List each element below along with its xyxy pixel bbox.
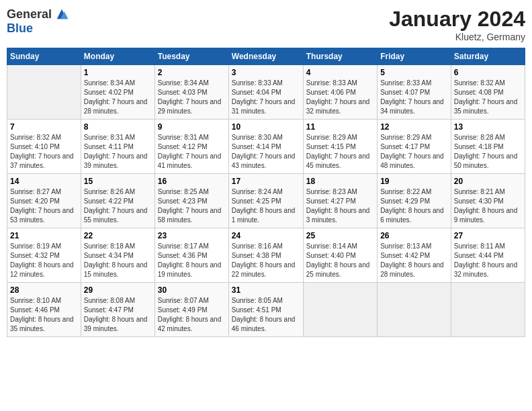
day-number: 12	[380, 122, 448, 132]
calendar-cell: 16 Sunrise: 8:25 AMSunset: 4:23 PMDaylig…	[154, 174, 228, 228]
day-info: Sunrise: 8:28 AMSunset: 4:18 PMDaylight:…	[454, 133, 522, 171]
calendar-cell: 9 Sunrise: 8:31 AMSunset: 4:12 PMDayligh…	[154, 120, 228, 174]
calendar-cell	[303, 283, 377, 337]
calendar-cell: 28 Sunrise: 8:10 AMSunset: 4:46 PMDaylig…	[7, 283, 81, 337]
day-info: Sunrise: 8:19 AMSunset: 4:32 PMDaylight:…	[10, 242, 78, 279]
calendar-cell: 2 Sunrise: 8:34 AMSunset: 4:03 PMDayligh…	[154, 65, 228, 120]
calendar-week-5: 28 Sunrise: 8:10 AMSunset: 4:46 PMDaylig…	[7, 283, 525, 337]
day-number: 22	[84, 231, 152, 240]
day-number: 26	[380, 231, 448, 240]
day-number: 19	[380, 177, 448, 186]
calendar-cell: 11 Sunrise: 8:29 AMSunset: 4:15 PMDaylig…	[303, 120, 377, 174]
day-number: 28	[10, 285, 78, 295]
calendar-cell: 30 Sunrise: 8:07 AMSunset: 4:49 PMDaylig…	[154, 283, 228, 337]
day-info: Sunrise: 8:16 AMSunset: 4:38 PMDaylight:…	[232, 242, 300, 279]
calendar-cell	[7, 65, 81, 120]
column-header-sunday: Sunday	[7, 48, 81, 65]
calendar-cell: 5 Sunrise: 8:33 AMSunset: 4:07 PMDayligh…	[378, 65, 451, 120]
day-info: Sunrise: 8:33 AMSunset: 4:07 PMDaylight:…	[380, 79, 448, 116]
day-info: Sunrise: 8:24 AMSunset: 4:25 PMDaylight:…	[232, 187, 300, 225]
day-number: 8	[84, 122, 152, 132]
day-info: Sunrise: 8:11 AMSunset: 4:44 PMDaylight:…	[454, 242, 522, 279]
day-number: 18	[306, 177, 374, 186]
day-info: Sunrise: 8:17 AMSunset: 4:36 PMDaylight:…	[158, 242, 226, 279]
day-info: Sunrise: 8:32 AMSunset: 4:10 PMDaylight:…	[10, 133, 78, 171]
calendar-cell: 18 Sunrise: 8:23 AMSunset: 4:27 PMDaylig…	[303, 174, 377, 228]
day-number: 20	[454, 177, 522, 186]
day-info: Sunrise: 8:29 AMSunset: 4:17 PMDaylight:…	[380, 133, 448, 171]
day-info: Sunrise: 8:27 AMSunset: 4:20 PMDaylight:…	[10, 187, 78, 225]
day-info: Sunrise: 8:21 AMSunset: 4:30 PMDaylight:…	[454, 187, 522, 225]
logo-icon	[54, 7, 69, 21]
day-info: Sunrise: 8:34 AMSunset: 4:02 PMDaylight:…	[84, 79, 152, 116]
calendar-cell: 12 Sunrise: 8:29 AMSunset: 4:17 PMDaylig…	[378, 120, 451, 174]
day-info: Sunrise: 8:34 AMSunset: 4:03 PMDaylight:…	[158, 79, 226, 116]
day-number: 29	[84, 285, 152, 295]
day-number: 25	[306, 231, 374, 240]
title-area: January 2024 Kluetz, Germany	[389, 7, 525, 42]
calendar-cell: 19 Sunrise: 8:22 AMSunset: 4:29 PMDaylig…	[378, 174, 451, 228]
calendar-cell: 17 Sunrise: 8:24 AMSunset: 4:25 PMDaylig…	[228, 174, 303, 228]
calendar-cell: 3 Sunrise: 8:33 AMSunset: 4:04 PMDayligh…	[228, 65, 303, 120]
day-number: 13	[454, 122, 522, 132]
calendar-cell: 23 Sunrise: 8:17 AMSunset: 4:36 PMDaylig…	[154, 228, 228, 283]
calendar-week-3: 14 Sunrise: 8:27 AMSunset: 4:20 PMDaylig…	[7, 174, 525, 228]
day-info: Sunrise: 8:25 AMSunset: 4:23 PMDaylight:…	[158, 187, 226, 225]
logo-blue: Blue	[7, 21, 33, 36]
logo: General Blue	[7, 7, 69, 36]
day-info: Sunrise: 8:13 AMSunset: 4:42 PMDaylight:…	[380, 242, 448, 279]
day-number: 7	[10, 122, 78, 132]
day-number: 31	[232, 285, 300, 295]
calendar-cell: 22 Sunrise: 8:18 AMSunset: 4:34 PMDaylig…	[81, 228, 154, 283]
month-title: January 2024	[389, 7, 525, 32]
calendar-cell: 15 Sunrise: 8:26 AMSunset: 4:22 PMDaylig…	[81, 174, 154, 228]
day-number: 30	[158, 285, 226, 295]
day-info: Sunrise: 8:18 AMSunset: 4:34 PMDaylight:…	[84, 242, 152, 279]
day-number: 4	[306, 68, 374, 77]
day-number: 27	[454, 231, 522, 240]
calendar-cell: 25 Sunrise: 8:14 AMSunset: 4:40 PMDaylig…	[303, 228, 377, 283]
column-header-saturday: Saturday	[451, 48, 525, 65]
calendar-cell: 31 Sunrise: 8:05 AMSunset: 4:51 PMDaylig…	[228, 283, 303, 337]
calendar-cell: 8 Sunrise: 8:31 AMSunset: 4:11 PMDayligh…	[81, 120, 154, 174]
calendar-cell: 6 Sunrise: 8:32 AMSunset: 4:08 PMDayligh…	[451, 65, 525, 120]
calendar-table: SundayMondayTuesdayWednesdayThursdayFrid…	[7, 48, 525, 337]
calendar-cell: 7 Sunrise: 8:32 AMSunset: 4:10 PMDayligh…	[7, 120, 81, 174]
page-header: General Blue January 2024 Kluetz, German…	[7, 7, 525, 42]
calendar-cell	[451, 283, 525, 337]
calendar-cell: 21 Sunrise: 8:19 AMSunset: 4:32 PMDaylig…	[7, 228, 81, 283]
day-number: 14	[10, 177, 78, 186]
column-header-monday: Monday	[81, 48, 154, 65]
day-number: 6	[454, 68, 522, 77]
day-number: 16	[158, 177, 226, 186]
calendar-cell: 10 Sunrise: 8:30 AMSunset: 4:14 PMDaylig…	[228, 120, 303, 174]
column-header-friday: Friday	[378, 48, 451, 65]
day-number: 21	[10, 231, 78, 240]
calendar-cell: 24 Sunrise: 8:16 AMSunset: 4:38 PMDaylig…	[228, 228, 303, 283]
day-number: 24	[232, 231, 300, 240]
day-info: Sunrise: 8:23 AMSunset: 4:27 PMDaylight:…	[306, 187, 374, 225]
day-info: Sunrise: 8:32 AMSunset: 4:08 PMDaylight:…	[454, 79, 522, 116]
calendar-cell: 27 Sunrise: 8:11 AMSunset: 4:44 PMDaylig…	[451, 228, 525, 283]
calendar-week-2: 7 Sunrise: 8:32 AMSunset: 4:10 PMDayligh…	[7, 120, 525, 174]
day-info: Sunrise: 8:33 AMSunset: 4:06 PMDaylight:…	[306, 79, 374, 116]
logo-general: General	[7, 7, 52, 21]
day-number: 2	[158, 68, 226, 77]
calendar-cell: 1 Sunrise: 8:34 AMSunset: 4:02 PMDayligh…	[81, 65, 154, 120]
calendar-cell: 14 Sunrise: 8:27 AMSunset: 4:20 PMDaylig…	[7, 174, 81, 228]
calendar-cell: 29 Sunrise: 8:08 AMSunset: 4:47 PMDaylig…	[81, 283, 154, 337]
location-title: Kluetz, Germany	[389, 32, 525, 42]
calendar-week-1: 1 Sunrise: 8:34 AMSunset: 4:02 PMDayligh…	[7, 65, 525, 120]
column-header-thursday: Thursday	[303, 48, 377, 65]
day-info: Sunrise: 8:05 AMSunset: 4:51 PMDaylight:…	[232, 296, 300, 334]
calendar-body: 1 Sunrise: 8:34 AMSunset: 4:02 PMDayligh…	[7, 65, 525, 337]
day-info: Sunrise: 8:22 AMSunset: 4:29 PMDaylight:…	[380, 187, 448, 225]
day-number: 9	[158, 122, 226, 132]
day-number: 15	[84, 177, 152, 186]
calendar-header-row: SundayMondayTuesdayWednesdayThursdayFrid…	[7, 48, 525, 65]
day-info: Sunrise: 8:14 AMSunset: 4:40 PMDaylight:…	[306, 242, 374, 279]
day-info: Sunrise: 8:31 AMSunset: 4:11 PMDaylight:…	[84, 133, 152, 171]
calendar-cell: 20 Sunrise: 8:21 AMSunset: 4:30 PMDaylig…	[451, 174, 525, 228]
day-info: Sunrise: 8:31 AMSunset: 4:12 PMDaylight:…	[158, 133, 226, 171]
day-number: 5	[380, 68, 448, 77]
